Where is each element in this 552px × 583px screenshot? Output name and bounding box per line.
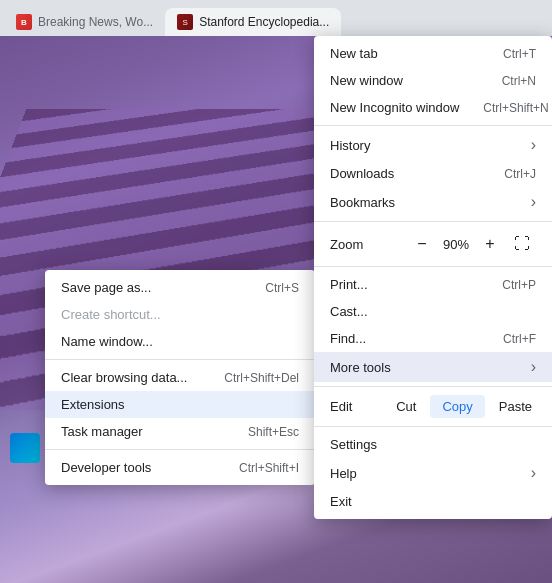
tab-stanford[interactable]: S Stanford Encyclopedia...	[165, 8, 341, 36]
zoom-row: Zoom − 90% + ⛶	[314, 226, 552, 262]
new-window-label: New window	[330, 73, 403, 88]
menu-item-create-shortcut[interactable]: Create shortcut...	[45, 301, 315, 328]
find-shortcut: Ctrl+F	[503, 332, 536, 346]
settings-label: Settings	[330, 437, 377, 452]
print-label: Print...	[330, 277, 368, 292]
menu-item-settings[interactable]: Settings	[314, 431, 552, 458]
edit-label: Edit	[322, 399, 382, 414]
zoom-label: Zoom	[330, 237, 408, 252]
context-menu-left: Save page as... Ctrl+S Create shortcut..…	[45, 270, 315, 485]
new-incognito-shortcut: Ctrl+Shift+N	[483, 101, 548, 115]
save-page-label: Save page as...	[61, 280, 151, 295]
paste-button[interactable]: Paste	[487, 395, 544, 418]
cast-label: Cast...	[330, 304, 368, 319]
copy-button[interactable]: Copy	[430, 395, 484, 418]
downloads-shortcut: Ctrl+J	[504, 167, 536, 181]
separator-r1	[314, 125, 552, 126]
find-label: Find...	[330, 331, 366, 346]
separator-1	[45, 359, 315, 360]
menu-item-new-window[interactable]: New window Ctrl+N	[314, 67, 552, 94]
menu-item-clear-browsing[interactable]: Clear browsing data... Ctrl+Shift+Del	[45, 364, 315, 391]
zoom-plus-button[interactable]: +	[476, 230, 504, 258]
separator-r5	[314, 426, 552, 427]
menu-item-bookmarks[interactable]: Bookmarks	[314, 187, 552, 217]
tab-breaking-news[interactable]: B Breaking News, Wo...	[4, 8, 165, 36]
menu-item-find[interactable]: Find... Ctrl+F	[314, 325, 552, 352]
tab-label-stanford: Stanford Encyclopedia...	[199, 15, 329, 29]
zoom-minus-button[interactable]: −	[408, 230, 436, 258]
history-label: History	[330, 138, 370, 153]
developer-tools-label: Developer tools	[61, 460, 151, 475]
menu-item-history[interactable]: History	[314, 130, 552, 160]
new-tab-label: New tab	[330, 46, 378, 61]
create-shortcut-label: Create shortcut...	[61, 307, 161, 322]
help-label: Help	[330, 466, 357, 481]
menu-item-print[interactable]: Print... Ctrl+P	[314, 271, 552, 298]
menu-item-name-window[interactable]: Name window...	[45, 328, 315, 355]
clear-browsing-shortcut: Ctrl+Shift+Del	[224, 371, 299, 385]
edge-icon	[10, 433, 40, 463]
menu-item-new-incognito[interactable]: New Incognito window Ctrl+Shift+N	[314, 94, 552, 121]
tab-favicon-breaking: B	[16, 14, 32, 30]
menu-item-developer-tools[interactable]: Developer tools Ctrl+Shift+I	[45, 454, 315, 481]
new-incognito-label: New Incognito window	[330, 100, 459, 115]
menu-item-extensions[interactable]: Extensions	[45, 391, 315, 418]
menu-item-downloads[interactable]: Downloads Ctrl+J	[314, 160, 552, 187]
name-window-label: Name window...	[61, 334, 153, 349]
tab-bar: B Breaking News, Wo... S Stanford Encycl…	[0, 0, 552, 36]
menu-item-help[interactable]: Help	[314, 458, 552, 488]
context-menu-right: New tab Ctrl+T New window Ctrl+N New Inc…	[314, 36, 552, 519]
save-page-shortcut: Ctrl+S	[265, 281, 299, 295]
developer-tools-shortcut: Ctrl+Shift+I	[239, 461, 299, 475]
task-manager-shortcut: Shift+Esc	[248, 425, 299, 439]
separator-r2	[314, 221, 552, 222]
zoom-fullscreen-button[interactable]: ⛶	[508, 230, 536, 258]
zoom-value: 90%	[436, 237, 476, 252]
bookmarks-label: Bookmarks	[330, 195, 395, 210]
clear-browsing-label: Clear browsing data...	[61, 370, 187, 385]
print-shortcut: Ctrl+P	[502, 278, 536, 292]
tab-label-breaking: Breaking News, Wo...	[38, 15, 153, 29]
menu-item-task-manager[interactable]: Task manager Shift+Esc	[45, 418, 315, 445]
menu-item-exit[interactable]: Exit	[314, 488, 552, 515]
new-window-shortcut: Ctrl+N	[502, 74, 536, 88]
menu-item-cast[interactable]: Cast...	[314, 298, 552, 325]
new-tab-shortcut: Ctrl+T	[503, 47, 536, 61]
menu-item-save-page[interactable]: Save page as... Ctrl+S	[45, 274, 315, 301]
cut-button[interactable]: Cut	[384, 395, 428, 418]
menu-item-more-tools[interactable]: More tools	[314, 352, 552, 382]
more-tools-label: More tools	[330, 360, 391, 375]
separator-r4	[314, 386, 552, 387]
downloads-label: Downloads	[330, 166, 394, 181]
edit-row: Edit Cut Copy Paste	[314, 391, 552, 422]
separator-2	[45, 449, 315, 450]
exit-label: Exit	[330, 494, 352, 509]
extensions-label: Extensions	[61, 397, 125, 412]
menu-item-new-tab[interactable]: New tab Ctrl+T	[314, 40, 552, 67]
tab-favicon-stanford: S	[177, 14, 193, 30]
task-manager-label: Task manager	[61, 424, 143, 439]
separator-r3	[314, 266, 552, 267]
